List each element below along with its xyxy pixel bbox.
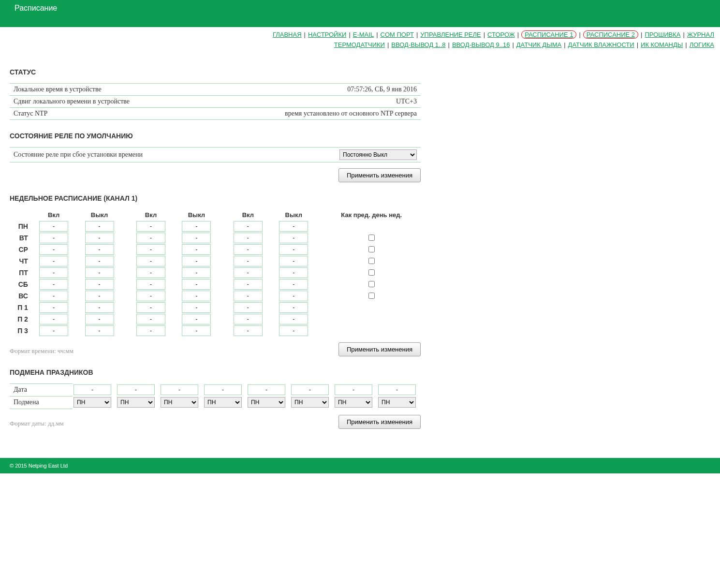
apply-schedule-button[interactable]: Применить изменения <box>338 342 421 356</box>
schedule-time-input[interactable] <box>136 325 165 336</box>
schedule-time-input[interactable] <box>136 267 165 278</box>
schedule-time-input[interactable] <box>279 325 308 336</box>
nav-link[interactable]: ВВОД-ВЫВОД 1..8 <box>391 41 445 48</box>
holiday-sub-select[interactable]: ПН <box>248 397 285 408</box>
schedule-time-input[interactable] <box>279 267 308 278</box>
same-as-prev-checkbox[interactable] <box>368 269 375 276</box>
holiday-date-input[interactable] <box>73 384 111 395</box>
nav-link[interactable]: ЛОГИКА <box>690 41 714 48</box>
same-as-prev-checkbox[interactable] <box>368 235 375 241</box>
schedule-time-input[interactable] <box>279 314 308 324</box>
schedule-time-input[interactable] <box>234 325 263 336</box>
holiday-date-input[interactable] <box>335 384 372 395</box>
nav-link[interactable]: ГЛАВНАЯ <box>273 31 302 38</box>
holiday-sub-select[interactable]: ПН <box>117 397 155 408</box>
holiday-sub-select[interactable]: ПН <box>378 397 416 408</box>
schedule-time-input[interactable] <box>182 291 211 301</box>
schedule-time-input[interactable] <box>136 291 165 301</box>
schedule-time-input[interactable] <box>182 325 211 336</box>
holiday-sub-select[interactable]: ПН <box>335 397 372 408</box>
schedule-time-input[interactable] <box>234 233 263 243</box>
schedule-time-input[interactable] <box>279 233 308 243</box>
schedule-time-input[interactable] <box>182 256 211 266</box>
schedule-time-input[interactable] <box>182 267 211 278</box>
schedule-time-input[interactable] <box>39 244 68 255</box>
holiday-date-input[interactable] <box>204 384 242 395</box>
nav-link[interactable]: ЖУРНАЛ <box>687 31 714 38</box>
schedule-time-input[interactable] <box>182 244 211 255</box>
schedule-time-input[interactable] <box>279 302 308 313</box>
schedule-time-input[interactable] <box>136 279 165 290</box>
schedule-time-input[interactable] <box>85 267 114 278</box>
schedule-time-input[interactable] <box>234 314 263 324</box>
schedule-time-input[interactable] <box>234 302 263 313</box>
schedule-time-input[interactable] <box>234 267 263 278</box>
schedule-time-input[interactable] <box>85 233 114 243</box>
apply-default-button[interactable]: Применить изменения <box>338 168 421 182</box>
holiday-date-input[interactable] <box>248 384 285 395</box>
schedule-time-input[interactable] <box>85 314 114 324</box>
schedule-time-input[interactable] <box>234 244 263 255</box>
holiday-sub-select[interactable]: ПН <box>291 397 329 408</box>
schedule-time-input[interactable] <box>182 314 211 324</box>
schedule-time-input[interactable] <box>85 291 114 301</box>
holiday-sub-select[interactable]: ПН <box>204 397 242 408</box>
schedule-time-input[interactable] <box>234 256 263 266</box>
holiday-date-input[interactable] <box>117 384 155 395</box>
same-as-prev-checkbox[interactable] <box>368 246 375 252</box>
schedule-time-input[interactable] <box>279 256 308 266</box>
schedule-time-input[interactable] <box>136 302 165 313</box>
schedule-time-input[interactable] <box>136 244 165 255</box>
nav-link[interactable]: ПРОШИВКА <box>645 31 680 38</box>
nav-link[interactable]: РАСПИСАНИЕ 2 <box>583 30 638 39</box>
apply-holidays-button[interactable]: Применить изменения <box>338 415 421 429</box>
nav-link[interactable]: ДАТЧИК ВЛАЖНОСТИ <box>568 41 634 48</box>
schedule-time-input[interactable] <box>39 325 68 336</box>
schedule-time-input[interactable] <box>85 256 114 266</box>
same-as-prev-checkbox[interactable] <box>368 293 375 299</box>
nav-link[interactable]: ИК КОМАНДЫ <box>641 41 683 48</box>
schedule-time-input[interactable] <box>39 291 68 301</box>
schedule-time-input[interactable] <box>279 279 308 290</box>
same-as-prev-checkbox[interactable] <box>368 258 375 264</box>
schedule-time-input[interactable] <box>136 314 165 324</box>
schedule-time-input[interactable] <box>136 233 165 243</box>
holiday-sub-select[interactable]: ПН <box>73 397 111 408</box>
schedule-time-input[interactable] <box>279 221 308 232</box>
nav-link[interactable]: COM ПОРТ <box>381 31 414 38</box>
same-as-prev-checkbox[interactable] <box>368 281 375 287</box>
schedule-time-input[interactable] <box>39 314 68 324</box>
schedule-time-input[interactable] <box>136 221 165 232</box>
schedule-time-input[interactable] <box>85 244 114 255</box>
holiday-sub-select[interactable]: ПН <box>161 397 198 408</box>
schedule-time-input[interactable] <box>39 221 68 232</box>
schedule-time-input[interactable] <box>85 302 114 313</box>
schedule-time-input[interactable] <box>182 233 211 243</box>
holiday-date-input[interactable] <box>291 384 329 395</box>
schedule-time-input[interactable] <box>85 221 114 232</box>
schedule-time-input[interactable] <box>279 244 308 255</box>
schedule-time-input[interactable] <box>182 221 211 232</box>
schedule-time-input[interactable] <box>85 279 114 290</box>
schedule-time-input[interactable] <box>182 302 211 313</box>
nav-link[interactable]: ДАТЧИК ДЫМА <box>516 41 561 48</box>
schedule-time-input[interactable] <box>85 325 114 336</box>
schedule-time-input[interactable] <box>39 256 68 266</box>
nav-link[interactable]: УПРАВЛЕНИЕ РЕЛЕ <box>420 31 481 38</box>
default-relay-select[interactable]: Постоянно Выкл <box>339 149 417 160</box>
schedule-time-input[interactable] <box>234 221 263 232</box>
schedule-time-input[interactable] <box>136 256 165 266</box>
schedule-time-input[interactable] <box>39 302 68 313</box>
schedule-time-input[interactable] <box>182 279 211 290</box>
schedule-time-input[interactable] <box>39 233 68 243</box>
nav-link[interactable]: ТЕРМОДАТЧИКИ <box>334 41 385 48</box>
schedule-time-input[interactable] <box>279 291 308 301</box>
nav-link[interactable]: ВВОД-ВЫВОД 9..16 <box>452 41 510 48</box>
schedule-time-input[interactable] <box>39 267 68 278</box>
holiday-date-input[interactable] <box>378 384 416 395</box>
schedule-time-input[interactable] <box>234 279 263 290</box>
nav-link[interactable]: РАСПИСАНИЕ 1 <box>521 30 576 39</box>
nav-link[interactable]: СТОРОЖ <box>487 31 515 38</box>
schedule-time-input[interactable] <box>234 291 263 301</box>
schedule-time-input[interactable] <box>39 279 68 290</box>
